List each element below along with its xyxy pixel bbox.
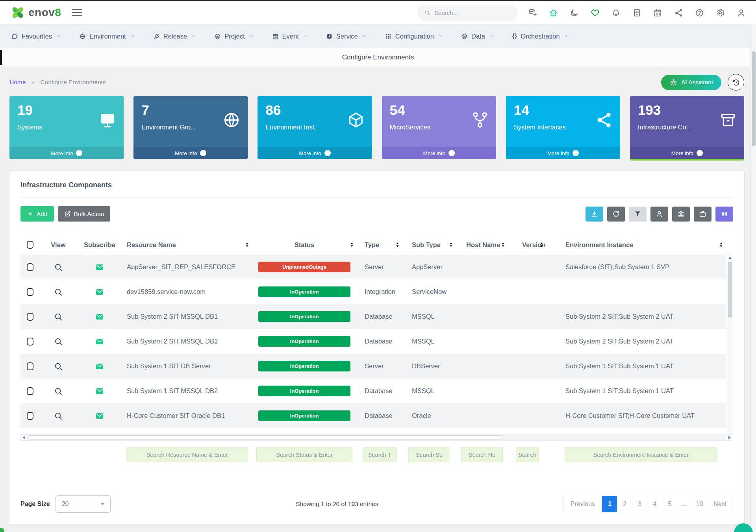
pagination-page-5[interactable]: 5 [662, 496, 677, 512]
download-button[interactable] [586, 207, 603, 222]
view-button[interactable] [39, 263, 77, 272]
row-checkbox[interactable] [27, 313, 33, 321]
help-icon[interactable] [695, 8, 704, 17]
share-icon[interactable] [674, 8, 683, 17]
view-button[interactable] [39, 337, 77, 346]
nav-item-service[interactable]: Service [317, 24, 376, 48]
more-info-link[interactable]: More info [382, 147, 496, 159]
row-checkbox[interactable] [27, 338, 33, 345]
pagination-page-10[interactable]: 10 [692, 496, 707, 512]
page-size-select[interactable]: 20 [56, 495, 111, 513]
subscribe-button[interactable] [77, 411, 122, 421]
subscribe-button[interactable] [77, 262, 122, 272]
col-header-resource-name[interactable]: Resource Name [122, 235, 252, 255]
search-type-input[interactable] [363, 447, 397, 462]
history-button[interactable] [728, 74, 744, 91]
search-input[interactable] [434, 9, 510, 16]
chat-widget-button[interactable] [734, 523, 753, 532]
view-button[interactable] [39, 412, 77, 420]
search-status-input[interactable] [256, 447, 353, 462]
search-environment-instance-input[interactable] [565, 447, 717, 462]
enov8-logo[interactable]: enov8 [10, 5, 61, 20]
subscribe-button[interactable] [77, 386, 122, 396]
refresh-button[interactable] [607, 207, 625, 222]
search-version-input[interactable] [516, 447, 539, 462]
page-scrollbar[interactable] [750, 24, 756, 532]
calendar-icon[interactable] [653, 8, 662, 17]
add-data-icon[interactable] [528, 8, 537, 17]
nav-item-project[interactable]: Project [205, 24, 263, 48]
pagination-page-3[interactable]: 3 [632, 496, 647, 512]
more-info-link[interactable]: More info [133, 147, 248, 159]
view-button[interactable] [39, 312, 77, 321]
more-info-link[interactable]: More info [506, 147, 620, 159]
scroll-right-arrow[interactable] [726, 435, 733, 440]
col-header-environment-instance[interactable]: Environment Instance [547, 235, 726, 255]
user-view-button[interactable] [650, 207, 668, 222]
ai-assistant-button[interactable]: AI Assistant [661, 75, 721, 90]
nav-item-event[interactable]: Event [263, 24, 317, 48]
settings-gear-icon[interactable] [716, 8, 725, 17]
nav-item-orchestration[interactable]: {} Orchestration [503, 24, 578, 48]
notifications-bell-icon[interactable] [611, 8, 621, 17]
columns-button[interactable] [715, 207, 733, 222]
filter-button[interactable] [629, 207, 647, 222]
row-checkbox[interactable] [27, 412, 33, 420]
bulk-action-button[interactable]: Bulk Action [58, 206, 111, 222]
view-button[interactable] [39, 362, 77, 371]
table-vertical-scrollbar[interactable] [727, 255, 733, 441]
search-resource-name-input[interactable] [126, 447, 248, 462]
scroll-left-arrow[interactable] [21, 435, 27, 440]
subscribe-button[interactable] [77, 337, 122, 346]
nav-item-favourites[interactable]: Favourites [2, 24, 70, 48]
col-header-version[interactable]: Version [508, 235, 547, 255]
view-button[interactable] [39, 288, 77, 296]
menu-icon[interactable] [72, 9, 82, 16]
user-profile-icon[interactable] [737, 8, 746, 17]
select-all-checkbox[interactable] [27, 241, 33, 249]
row-checkbox[interactable] [27, 362, 33, 370]
view-button[interactable] [39, 387, 77, 395]
pagination-page-2[interactable]: 2 [617, 496, 632, 512]
pagination-previous[interactable]: Previous [563, 496, 602, 512]
dark-mode-moon-icon[interactable] [570, 8, 579, 17]
horizontal-scroll-thumb[interactable] [28, 435, 502, 440]
nav-item-environment[interactable]: Environment [70, 24, 144, 48]
favourites-heart-icon[interactable] [591, 8, 600, 17]
search-sub-type-input[interactable] [408, 447, 450, 462]
col-header-type[interactable]: Type [357, 235, 402, 255]
subscribe-button[interactable] [77, 312, 122, 321]
bank-view-button[interactable] [672, 207, 690, 222]
more-info-link[interactable]: More info [9, 147, 124, 159]
vertical-scroll-thumb[interactable] [728, 262, 732, 318]
add-button[interactable]: Add [20, 206, 54, 222]
subscribe-button[interactable] [77, 287, 122, 297]
pagination-page-1[interactable]: 1 [602, 496, 617, 512]
page-scroll-thumb[interactable] [752, 51, 756, 146]
col-header-host-name[interactable]: Host Name [456, 235, 508, 255]
nav-item-configuration[interactable]: Configuration [376, 24, 452, 48]
arrow-circle-icon [200, 150, 206, 156]
col-header-status[interactable]: Status [252, 235, 357, 255]
row-checkbox[interactable] [27, 387, 33, 395]
table-horizontal-scrollbar[interactable] [20, 434, 733, 441]
pagination-next[interactable]: Next [707, 496, 733, 512]
arrow-circle-icon [324, 150, 331, 156]
briefcase-view-button[interactable] [694, 207, 712, 222]
breadcrumb-home-link[interactable]: Home [9, 79, 26, 86]
search-host-name-input[interactable] [461, 447, 503, 462]
nav-item-release[interactable]: Release [144, 24, 206, 48]
nav-item-data[interactable]: Data [452, 24, 503, 48]
col-header-sub-type[interactable]: Sub Type [402, 235, 456, 255]
scroll-up-arrow[interactable] [727, 255, 733, 260]
row-checkbox[interactable] [27, 263, 33, 271]
pagination-page-4[interactable]: 4 [647, 496, 662, 512]
archive-cabinet-icon[interactable] [632, 8, 641, 17]
subscribe-button[interactable] [77, 362, 122, 371]
panel-title: Infrastructure Components [20, 181, 733, 198]
more-info-link[interactable]: More info [630, 147, 744, 159]
home-icon[interactable] [549, 8, 558, 17]
row-checkbox[interactable] [27, 288, 33, 296]
nav-label: Event [282, 33, 299, 40]
more-info-link[interactable]: More info [258, 147, 372, 159]
